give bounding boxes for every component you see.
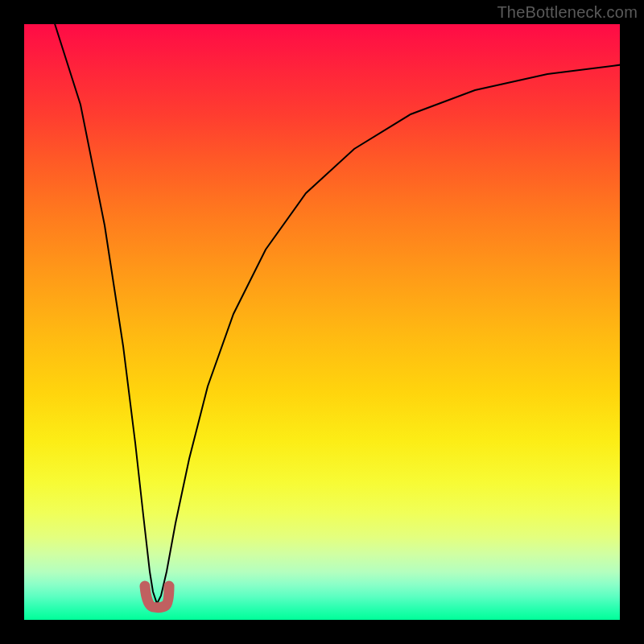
optimal-marker bbox=[24, 24, 620, 620]
bottleneck-curve bbox=[24, 24, 620, 620]
plot-area bbox=[24, 24, 620, 620]
chart-frame: TheBottleneck.com bbox=[0, 0, 644, 644]
watermark-text: TheBottleneck.com bbox=[497, 3, 638, 22]
